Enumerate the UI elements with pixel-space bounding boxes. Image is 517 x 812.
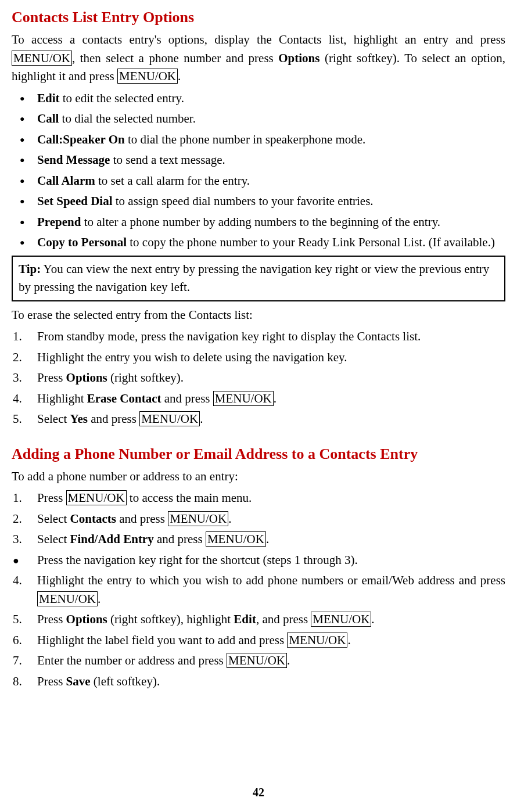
step-item: Highlight Erase Contact and press MENU/O…	[12, 390, 505, 408]
contacts-bold: Contacts	[70, 512, 116, 526]
step-text: .	[287, 653, 290, 667]
step-item: Press Options (right softkey), highlight…	[12, 610, 505, 629]
step-text: Highlight the label field you want to ad…	[37, 633, 287, 647]
step-item: Press MENU/OK to access the main menu.	[12, 489, 505, 508]
step-item: Enter the number or address and press ME…	[12, 652, 505, 670]
bullet-rest: to copy the phone number to your Ready L…	[127, 235, 495, 249]
step-text: , and press	[256, 612, 311, 626]
step-text: .	[228, 512, 231, 526]
step-text: Select	[37, 512, 70, 526]
key-menu-ok: MENU/OK	[168, 511, 228, 526]
step-text: Select	[37, 412, 70, 426]
intro-text-d: .	[178, 69, 181, 83]
bullet-item: Prepend to alter a phone number by addin…	[12, 213, 505, 232]
step-text: Select	[37, 532, 70, 546]
edit-bold: Edit	[234, 612, 256, 626]
bullet-rest: to edit the selected entry.	[60, 91, 184, 105]
step-item: Highlight the entry you wish to delete u…	[12, 348, 505, 367]
section1-title: Contacts List Entry Options	[12, 6, 505, 28]
bullet-item: Set Speed Dial to assign speed dial numb…	[12, 192, 505, 211]
erase-contact-bold: Erase Contact	[87, 391, 161, 405]
key-menu-ok: MENU/OK	[206, 531, 266, 547]
section1-intro: To access a contacts entry's options, di…	[12, 31, 505, 86]
step-text: and press	[161, 391, 213, 405]
step-bullet-item: Press the navigation key right for the s…	[12, 551, 505, 570]
bullet-item: Copy to Personal to copy the phone numbe…	[12, 233, 505, 252]
intro-text-b: , then select a phone number and press	[72, 51, 278, 65]
bullet-bold: Send Message	[37, 153, 110, 167]
step-text: Highlight the entry to which you wish to…	[37, 573, 505, 587]
bullet-bold: Set Speed Dial	[37, 194, 113, 208]
step-item: Select Contacts and press MENU/OK.	[12, 510, 505, 529]
find-add-bold: Find/Add Entry	[70, 532, 154, 546]
key-menu-ok: MENU/OK	[117, 69, 178, 84]
bullet-rest: to send a text message.	[110, 153, 225, 167]
erase-intro: To erase the selected entry from the Con…	[12, 306, 505, 325]
key-menu-ok: MENU/OK	[139, 411, 200, 426]
step-item: Select Yes and press MENU/OK.	[12, 410, 505, 429]
bullet-bold: Edit	[37, 91, 60, 105]
bullet-bold: Prepend	[37, 215, 81, 229]
section1-bullet-list: Edit to edit the selected entry. Call to…	[12, 89, 505, 252]
bullet-rest: to dial the selected number.	[59, 112, 196, 125]
options-bold: Options	[66, 371, 107, 385]
step-text: Highlight	[37, 391, 87, 405]
bullet-rest: to dial the phone number in speakerphone…	[125, 132, 366, 146]
section2-intro: To add a phone number or address to an e…	[12, 468, 505, 486]
options-bold: Options	[66, 612, 107, 626]
step-text: and press	[88, 412, 139, 426]
key-menu-ok: MENU/OK	[287, 633, 347, 648]
step-text: (left softkey).	[91, 674, 160, 688]
step-text: (right softkey).	[107, 371, 184, 385]
bullet-bold: Copy to Personal	[37, 235, 127, 249]
step-text: Press	[37, 371, 66, 385]
step-text: .	[98, 592, 100, 606]
step-item: Highlight the label field you want to ad…	[12, 631, 505, 650]
step-item: From standby mode, press the navigation …	[12, 328, 505, 346]
step-text: to access the main menu.	[127, 491, 252, 505]
step-text: Press	[37, 674, 66, 688]
bullet-rest: to assign speed dial numbers to your fav…	[113, 194, 374, 208]
page-number: 42	[12, 784, 505, 801]
key-menu-ok: MENU/OK	[213, 391, 274, 406]
key-menu-ok: MENU/OK	[227, 653, 287, 668]
yes-bold: Yes	[70, 412, 88, 426]
bullet-bold: Call	[37, 112, 59, 125]
intro-text-a: To access a contacts entry's options, di…	[12, 33, 505, 46]
key-menu-ok: MENU/OK	[37, 591, 98, 606]
bullet-item: Send Message to send a text message.	[12, 151, 505, 170]
bullet-item: Edit to edit the selected entry.	[12, 89, 505, 108]
bullet-rest: to set a call alarm for the entry.	[95, 174, 250, 188]
section2-title: Adding a Phone Number or Email Address t…	[12, 443, 505, 465]
erase-steps: From standby mode, press the navigation …	[12, 328, 505, 429]
bullet-bold: Call Alarm	[37, 174, 95, 188]
step-text: Enter the number or address and press	[37, 653, 227, 667]
key-menu-ok: MENU/OK	[12, 51, 72, 66]
step-item: Highlight the entry to which you wish to…	[12, 572, 505, 608]
key-menu-ok: MENU/OK	[311, 612, 371, 627]
bullet-item: Call Alarm to set a call alarm for the e…	[12, 172, 505, 191]
step-text: and press	[116, 512, 168, 526]
step-text: Press	[37, 612, 66, 626]
step-text: .	[200, 412, 203, 426]
options-bold: Options	[278, 51, 319, 65]
bullet-rest: to alter a phone number by adding number…	[81, 215, 440, 229]
step-text: and press	[154, 532, 206, 546]
step-text: Press	[37, 491, 66, 505]
step-item: Press Options (right softkey).	[12, 369, 505, 387]
save-bold: Save	[66, 674, 91, 688]
bullet-item: Call:Speaker On to dial the phone number…	[12, 131, 505, 149]
section2-steps: Press MENU/OK to access the main menu. S…	[12, 489, 505, 691]
step-text: .	[274, 391, 277, 405]
bullet-item: Call to dial the selected number.	[12, 110, 505, 128]
bullet-bold: Call:Speaker On	[37, 132, 125, 146]
step-text: .	[371, 612, 374, 626]
tip-box: Tip: You can view the next entry by pres…	[12, 256, 505, 301]
step-item: Select Find/Add Entry and press MENU/OK.	[12, 530, 505, 549]
step-text: .	[266, 532, 269, 546]
step-item: Press Save (left softkey).	[12, 673, 505, 691]
step-text: (right softkey), highlight	[107, 612, 234, 626]
key-menu-ok: MENU/OK	[66, 490, 127, 505]
step-text: .	[347, 633, 350, 647]
tip-text: You can view the next entry by pressing …	[19, 262, 489, 294]
